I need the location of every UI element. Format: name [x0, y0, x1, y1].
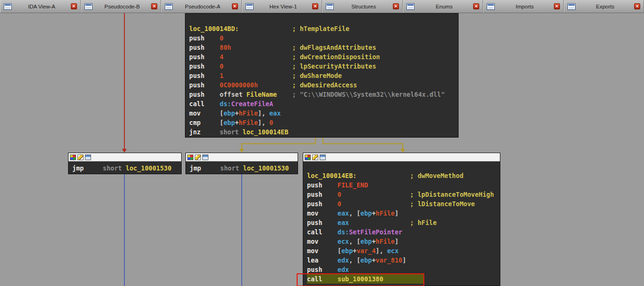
- asm-token: [318, 256, 337, 264]
- hex-view-1-icon: [245, 3, 253, 10]
- asm-token: , [: [349, 256, 360, 264]
- tab-pseudocode-b[interactable]: Pseudocode-B✕: [81, 0, 161, 13]
- asm-token: jmp: [190, 164, 201, 172]
- graph-node-createfile[interactable]: loc_100014BD: ; hTemplateFilepush 0push …: [185, 13, 459, 138]
- asm-token: 0: [220, 34, 223, 42]
- asm-line[interactable]: jnz short loc_100014EB: [189, 127, 454, 137]
- tab-exports[interactable]: Exports✕: [564, 0, 644, 13]
- asm-line[interactable]: push 0 ; lpSecurityAttributes: [189, 62, 454, 71]
- tab-label: Imports: [498, 4, 552, 9]
- asm-token: FILE_END: [337, 181, 368, 189]
- asm-line[interactable]: loc_100014EB: ; dwMoveMethod: [307, 171, 496, 180]
- asm-token: 80h: [220, 44, 231, 51]
- asm-token: eax: [337, 209, 349, 217]
- asm-token: push: [189, 44, 205, 51]
- tab-hex-view-1[interactable]: Hex View-1✕: [242, 0, 322, 13]
- tab-close-icon[interactable]: ✕: [151, 3, 157, 9]
- node-edit-icon[interactable]: [312, 155, 318, 160]
- tab-imports[interactable]: Imports✕: [483, 0, 564, 13]
- graph-node-jmp-mid[interactable]: jmp short loc_10001530: [185, 153, 298, 174]
- tab-close-icon[interactable]: ✕: [473, 3, 479, 9]
- asm-line[interactable]: mov ecx, [ebp+hFile]: [307, 237, 496, 246]
- asm-token: push: [307, 219, 322, 226]
- ida-view-a-icon: [4, 3, 12, 10]
- asm-token: edx: [337, 256, 349, 264]
- asm-line[interactable]: loc_100014BD: ; hTemplateFile: [189, 24, 454, 33]
- graph-node-setfilepointer[interactable]: loc_100014EB: ; dwMoveMethodpush FILE_EN…: [303, 153, 500, 286]
- asm-token: call: [307, 228, 322, 236]
- asm-token: [223, 62, 292, 70]
- tab-close-icon[interactable]: ✕: [554, 3, 560, 9]
- asm-token: +: [235, 109, 239, 117]
- asm-line[interactable]: push 0C0000000h ; dwDesiredAccess: [189, 80, 454, 90]
- tab-close-icon[interactable]: ✕: [232, 3, 238, 9]
- asm-line[interactable]: jmp short loc_10001530: [72, 163, 177, 173]
- asm-token: ]: [395, 209, 399, 217]
- asm-line[interactable]: mov [ebp+var_4], ecx: [307, 246, 496, 255]
- asm-token: FileName: [246, 91, 277, 98]
- asm-token: push: [189, 72, 205, 79]
- tab-label: Enums: [417, 4, 472, 9]
- edge-yellow-horizontal-left: [241, 143, 316, 144]
- asm-token: [277, 91, 292, 98]
- node-group-icon[interactable]: [85, 155, 91, 160]
- tab-bar: IDA View-A✕Pseudocode-B✕Pseudocode-A✕Hex…: [0, 0, 644, 13]
- asm-line[interactable]: call ds:CreateFileA: [189, 99, 454, 108]
- tab-close-icon[interactable]: ✕: [71, 3, 77, 9]
- asm-line[interactable]: jmp short loc_10001530: [190, 163, 294, 173]
- node-color-icon[interactable]: [305, 155, 311, 160]
- node-group-icon[interactable]: [202, 155, 208, 160]
- node-edit-icon[interactable]: [77, 155, 84, 160]
- asm-token: hFile: [376, 238, 395, 245]
- asm-line[interactable]: push 0 ; lDistanceToMove: [307, 199, 496, 209]
- asm-token: ; lpDistanceToMoveHigh: [410, 191, 494, 198]
- asm-token: loc_10001530: [126, 164, 172, 172]
- asm-line[interactable]: mov [ebp+hFile], eax: [189, 108, 454, 118]
- node-color-icon[interactable]: [70, 155, 76, 160]
- tab-enums[interactable]: Enums✕: [403, 0, 483, 13]
- tab-pseudocode-a[interactable]: Pseudocode-A✕: [161, 0, 242, 13]
- asm-line[interactable]: push 1 ; dwShareMode: [189, 71, 454, 80]
- asm-line[interactable]: mov eax, [ebp+hFile]: [307, 209, 496, 218]
- asm-token: [205, 91, 220, 98]
- asm-line[interactable]: push FILE_END: [307, 180, 496, 190]
- node-color-icon[interactable]: [187, 155, 193, 160]
- exports-icon: [567, 3, 575, 10]
- asm-token: [318, 238, 337, 245]
- asm-token: mov: [307, 238, 318, 245]
- asm-line[interactable]: push 0: [189, 33, 454, 43]
- asm-line[interactable]: push 0 ; lpDistanceToMoveHigh: [307, 190, 496, 199]
- asm-token: [322, 200, 338, 208]
- asm-line[interactable]: push 4 ; dwCreationDisposition: [189, 52, 454, 62]
- edge-red-arrow-icon: [122, 149, 127, 153]
- asm-token: [318, 209, 337, 217]
- graph-node-jmp-left[interactable]: jmp short loc_10001530: [68, 153, 182, 174]
- tab-ida-view-a[interactable]: IDA View-A✕: [0, 0, 81, 13]
- asm-line[interactable]: cmp [ebp+hFile], 0: [189, 118, 454, 127]
- tab-close-icon[interactable]: ✕: [634, 3, 640, 9]
- asm-token: 0: [337, 200, 341, 208]
- asm-token: jmp: [72, 164, 84, 172]
- asm-token: [200, 109, 220, 117]
- asm-line[interactable]: lea edx, [ebp+var_810]: [307, 255, 496, 265]
- asm-token: [322, 191, 338, 198]
- asm-block: loc_100014BD: ; hTemplateFilepush 0push …: [185, 14, 458, 137]
- asm-token: , [: [349, 238, 360, 245]
- asm-token: push: [189, 81, 205, 89]
- tab-close-icon[interactable]: ✕: [393, 3, 399, 9]
- asm-token: loc_100014EB: [243, 128, 289, 136]
- tab-close-icon[interactable]: ✕: [312, 3, 318, 9]
- node-edit-icon[interactable]: [195, 155, 201, 160]
- asm-line[interactable]: push eax ; hFile: [307, 218, 496, 227]
- asm-token: CreateFileA: [231, 100, 273, 108]
- node-group-icon[interactable]: [320, 155, 326, 160]
- asm-token: ; dwShareMode: [292, 72, 342, 79]
- asm-line[interactable]: push edx: [307, 265, 496, 274]
- asm-line[interactable]: call ds:SetFilePointer: [307, 227, 496, 237]
- asm-token: [205, 53, 220, 61]
- asm-line[interactable]: push 80h ; dwFlagsAndAttributes: [189, 43, 454, 52]
- asm-line[interactable]: push offset FileName ; "C:\\WINDOWS\\Sys…: [189, 90, 454, 99]
- asm-token: hFile: [239, 109, 258, 117]
- tab-structures[interactable]: Structures✕: [322, 0, 403, 13]
- asm-token: [341, 191, 410, 198]
